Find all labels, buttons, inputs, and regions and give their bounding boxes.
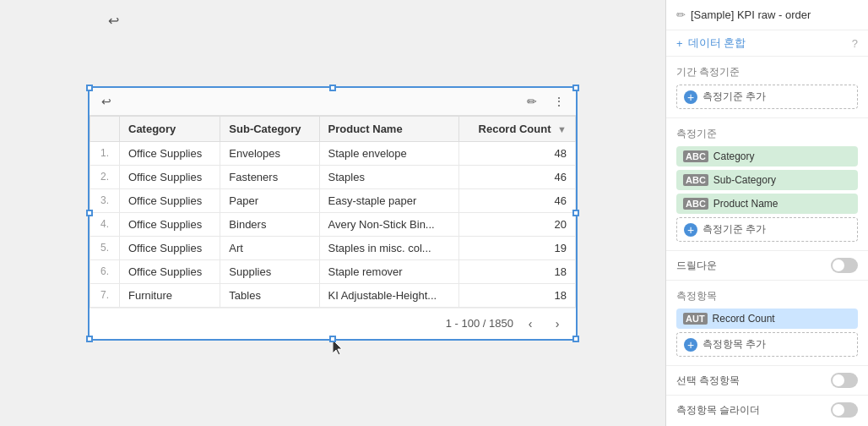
chip-category-name: Category <box>713 150 755 162</box>
cell-count: 48 <box>458 141 575 165</box>
add-dimension-button[interactable]: + 측정기준 추가 <box>676 217 858 242</box>
cell-category: Office Supplies <box>120 236 220 259</box>
cell-product: Avery Non-Stick Bin... <box>319 212 458 236</box>
pagination-row: 1 - 100 / 1850 ‹ › <box>90 308 576 339</box>
widget-toolbar: ↩ ✏ ⋮ <box>90 88 576 116</box>
period-section-title: 기간 측정기준 <box>676 65 858 79</box>
cell-num: 3. <box>90 188 120 212</box>
cell-category: Office Supplies <box>120 165 220 188</box>
cell-product: Staples in misc. col... <box>319 236 458 259</box>
cell-num: 6. <box>90 259 120 283</box>
add-dim-plus-icon: + <box>684 223 697 237</box>
handle-mr[interactable] <box>572 210 579 216</box>
measure-slider-label: 측정항목 슬라이더 <box>676 403 760 418</box>
more-button[interactable]: ⋮ <box>549 91 569 112</box>
chip-product-name-label: Product Name <box>713 198 778 210</box>
cell-category: Furniture <box>120 283 220 307</box>
handle-tm[interactable] <box>329 85 336 91</box>
col-header-num <box>90 116 120 141</box>
chip-subcategory-type: ABC <box>683 174 708 186</box>
cell-count: 46 <box>458 188 575 212</box>
add-measure-button[interactable]: + 측정항목 추가 <box>676 332 858 357</box>
col-header-subcategory[interactable]: Sub-Category <box>220 116 319 141</box>
dataset-title: [Sample] KPI raw - order <box>691 8 811 21</box>
cell-product: Easy-staple paper <box>319 188 458 212</box>
cell-subcategory: Fasteners <box>220 165 319 188</box>
cell-subcategory: Paper <box>220 188 319 212</box>
add-measure-plus-icon: + <box>684 338 697 352</box>
cell-count: 18 <box>458 259 575 283</box>
table-row: 1. Office Supplies Envelopes Staple enve… <box>90 141 576 165</box>
table-row: 6. Office Supplies Supplies Staple remov… <box>90 259 576 283</box>
cell-subcategory: Envelopes <box>220 141 319 165</box>
question-icon[interactable]: ? <box>852 37 858 50</box>
cursor-icon <box>333 340 348 358</box>
chip-record-count[interactable]: AUT Record Count <box>676 309 858 329</box>
add-period-plus-icon: + <box>684 90 697 104</box>
col-header-category[interactable]: Category <box>120 116 220 141</box>
measure-section-title: 측정항목 <box>676 289 858 303</box>
measure-slider-row: 측정항목 슬라이더 <box>666 396 868 424</box>
handle-ml[interactable] <box>86 210 93 216</box>
undo-area: ↩ <box>101 8 125 32</box>
table-widget: ↩ ✏ ⋮ Category Sub-Category P <box>88 86 578 341</box>
cell-subcategory: Tables <box>220 283 319 307</box>
cell-num: 1. <box>90 141 120 165</box>
pencil-icon: ✏ <box>676 8 686 21</box>
handle-bl[interactable] <box>86 336 93 342</box>
data-mix-button[interactable]: + 데이터 혼합 ? <box>666 30 868 57</box>
drill-down-row: 드릴다운 <box>666 251 868 280</box>
drill-down-label: 드릴다운 <box>676 259 717 273</box>
chip-category-type: ABC <box>683 150 708 162</box>
col-header-product[interactable]: Product Name <box>319 116 458 141</box>
chip-record-count-name: Record Count <box>713 313 775 325</box>
right-panel: ✏ [Sample] KPI raw - order + 데이터 혼합 ? 기간… <box>665 0 868 426</box>
chip-record-count-type: AUT <box>683 313 708 325</box>
svg-marker-0 <box>333 340 342 355</box>
cell-count: 20 <box>458 212 575 236</box>
cell-subcategory: Supplies <box>220 259 319 283</box>
toolbar-left: ↩ <box>96 91 117 112</box>
add-period-button[interactable]: + 측정기준 추가 <box>676 85 858 109</box>
cell-category: Office Supplies <box>120 212 220 236</box>
handle-bm[interactable] <box>329 336 336 342</box>
cell-num: 5. <box>90 236 120 259</box>
table-header-row: Category Sub-Category Product Name Recor… <box>90 116 576 141</box>
add-period-label: 측정기준 추가 <box>703 90 766 104</box>
undo-button[interactable]: ↩ <box>96 91 117 112</box>
next-page-button[interactable]: › <box>547 314 567 334</box>
cell-product: Staple remover <box>319 259 458 283</box>
handle-br[interactable] <box>572 336 579 342</box>
edit-button[interactable]: ✏ <box>522 91 542 112</box>
cell-category: Office Supplies <box>120 259 220 283</box>
cell-count: 19 <box>458 236 575 259</box>
canvas-area: ↩ ↩ ✏ ⋮ <box>0 0 665 426</box>
chip-category[interactable]: ABC Category <box>676 146 858 167</box>
chip-product-name[interactable]: ABC Product Name <box>676 194 858 214</box>
handle-tl[interactable] <box>86 85 93 91</box>
measure-slider-toggle[interactable] <box>831 402 858 418</box>
selected-measure-toggle[interactable] <box>831 373 858 388</box>
undo-icon[interactable]: ↩ <box>108 13 119 29</box>
handle-tr[interactable] <box>572 85 579 91</box>
cell-count: 46 <box>458 165 575 188</box>
dimension-section-title: 측정기준 <box>676 127 858 141</box>
col-header-record-count[interactable]: Record Count ▼ <box>458 116 575 141</box>
cell-num: 7. <box>90 283 120 307</box>
cell-count: 18 <box>458 283 575 307</box>
measure-section: 측정항목 AUT Record Count + 측정항목 추가 <box>666 281 868 366</box>
cell-num: 4. <box>90 212 120 236</box>
chip-subcategory[interactable]: ABC Sub-Category <box>676 170 858 190</box>
cell-product: Staple envelope <box>319 141 458 165</box>
table-row: 4. Office Supplies Binders Avery Non-Sti… <box>90 212 576 236</box>
table-row: 2. Office Supplies Fasteners Staples 46 <box>90 165 576 188</box>
cell-subcategory: Art <box>220 236 319 259</box>
table-row: 5. Office Supplies Art Staples in misc. … <box>90 236 576 259</box>
data-mix-label: 데이터 혼합 <box>688 36 746 51</box>
data-mix-plus-icon: + <box>676 37 683 50</box>
selected-measure-label: 선택 측정항목 <box>676 374 740 388</box>
prev-page-button[interactable]: ‹ <box>520 314 540 334</box>
drill-down-toggle[interactable] <box>831 258 858 273</box>
toolbar-right: ✏ ⋮ <box>522 91 569 112</box>
cell-product: KI Adjustable-Height... <box>319 283 458 307</box>
